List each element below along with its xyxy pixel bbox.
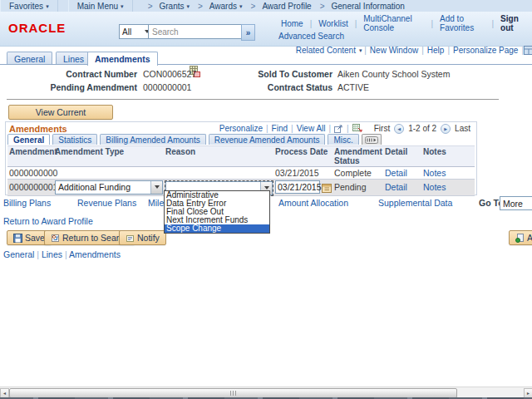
- dropdown-option[interactable]: Administrative: [165, 191, 269, 200]
- sold-to-customer-value: Aiken County School System: [337, 69, 450, 79]
- process-date: 03/21/2015: [273, 167, 332, 180]
- dropdown-option[interactable]: Next Increment Funds: [165, 216, 269, 224]
- notify-button[interactable]: Notify: [119, 230, 166, 245]
- search-input[interactable]: Search: [148, 24, 248, 39]
- home-link[interactable]: Home: [274, 19, 310, 28]
- view-current-button[interactable]: View Current: [8, 105, 113, 120]
- breadcrumb-item-award-profile[interactable]: Award Profile: [248, 2, 315, 11]
- chevron-down-icon: [150, 181, 162, 194]
- footer-links: General | Lines | Amendments: [3, 249, 121, 259]
- notes-link[interactable]: Notes: [423, 182, 446, 192]
- save-icon: [13, 234, 22, 243]
- find-link[interactable]: Find: [269, 124, 290, 133]
- tab-amendments[interactable]: Amendments: [87, 52, 158, 66]
- chevron-down-icon: ▾: [186, 3, 190, 9]
- breadcrumb-path: Grants ▾ Awards ▾ Award Profile General …: [133, 2, 408, 11]
- zoom-grid-icon[interactable]: [332, 125, 346, 133]
- col-reason: Reason: [164, 146, 273, 167]
- divider: [7, 99, 499, 100]
- contract-status-value: ACTIVE: [337, 82, 369, 92]
- amendments-groupbox: Amendments Personalize | Find | View All…: [5, 121, 477, 195]
- return-to-award-profile-link[interactable]: Return to Award Profile: [3, 216, 93, 226]
- advanced-search-link[interactable]: Advanced Search: [278, 32, 344, 41]
- grid-tabs: General Statistics Billing Amended Amoun…: [7, 134, 382, 145]
- col-process-date: Process Date: [273, 146, 332, 167]
- grid-tab-statistics[interactable]: Statistics: [52, 134, 97, 145]
- billing-plans-link[interactable]: Billing Plans: [3, 198, 51, 208]
- detail-link[interactable]: Detail: [385, 182, 407, 192]
- footer-general-link[interactable]: General: [3, 249, 34, 259]
- amount-allocation-link[interactable]: Amount Allocation: [278, 198, 348, 208]
- download-to-excel-icon[interactable]: [350, 124, 365, 133]
- add-icon: [515, 234, 525, 243]
- last-label[interactable]: Last: [452, 124, 473, 133]
- amendments-table: Amendment Amendment Type Reason Process …: [7, 145, 475, 196]
- first-label[interactable]: First: [372, 124, 392, 133]
- contract-number-value: CON0006527: [143, 69, 196, 79]
- tab-lines[interactable]: Lines: [56, 52, 91, 65]
- grid-tab-general[interactable]: General: [7, 134, 50, 145]
- footer-lines-link[interactable]: Lines: [42, 249, 62, 259]
- chevron-down-icon: ▾: [121, 3, 124, 9]
- dropdown-option-selected[interactable]: Scope Change: [165, 224, 269, 233]
- main-menu-label: Main Menu: [77, 2, 118, 11]
- personalize-layout-icon[interactable]: [524, 46, 532, 55]
- pending-amendment-value: 0000000001: [143, 82, 191, 92]
- header-banner: ORACLE All Search » Advanced Search Home…: [0, 12, 532, 47]
- supplemental-data-link[interactable]: Supplemental Data: [378, 198, 452, 208]
- sold-to-customer-label: Sold To Customer: [233, 69, 332, 79]
- grid-tab-billing-amended-amounts[interactable]: Billing Amended Amounts: [100, 134, 205, 145]
- grid-tab-misc[interactable]: Misc.: [328, 134, 358, 145]
- view-all-link[interactable]: View All: [294, 124, 328, 133]
- add-to-favorites-link[interactable]: Add to Favorites: [433, 14, 491, 32]
- show-all-columns-icon[interactable]: [362, 134, 382, 145]
- amendment-id: 0000000001: [7, 180, 53, 196]
- new-window-link[interactable]: New Window: [367, 46, 421, 55]
- related-content-link[interactable]: Related Content: [293, 46, 359, 55]
- help-link[interactable]: Help: [424, 46, 448, 55]
- table-row: 0000000000 03/21/2015 Complete Detail No…: [7, 167, 475, 180]
- dropdown-option[interactable]: Final Close Out: [165, 208, 269, 216]
- favorites-menu[interactable]: Favorites ▾: [0, 0, 58, 12]
- sign-out-link[interactable]: Sign out: [494, 14, 532, 32]
- col-amendment: Amendment: [7, 146, 53, 167]
- breadcrumb: Favorites ▾ Main Menu ▾ Grants ▾ Awards …: [0, 0, 532, 12]
- tab-general[interactable]: General: [7, 52, 52, 65]
- breadcrumb-item-grants[interactable]: Grants ▾: [145, 2, 193, 11]
- tab-divider: [0, 64, 532, 65]
- horizontal-scrollbar[interactable]: ◄ ►: [0, 387, 532, 398]
- personalize-link[interactable]: Personalize: [217, 124, 265, 133]
- notify-icon: [126, 234, 135, 243]
- breadcrumb-item-general-information: General Information: [317, 2, 408, 11]
- chevron-down-icon: ▾: [46, 3, 49, 9]
- previous-row-button[interactable]: ◀: [394, 124, 404, 134]
- breadcrumb-item-awards[interactable]: Awards ▾: [195, 2, 246, 11]
- status-text: Complete: [332, 167, 383, 180]
- amendment-id: 0000000000: [7, 167, 53, 180]
- search-go-button[interactable]: »: [241, 24, 255, 41]
- personalize-page-link[interactable]: Personalize Page: [450, 46, 521, 55]
- return-to-search-icon: [51, 234, 60, 243]
- col-amendment-type: Amendment Type: [53, 146, 164, 167]
- grid-tab-revenue-amended-amounts[interactable]: Revenue Amended Amounts: [209, 134, 326, 145]
- process-date-input[interactable]: 03/21/2015: [275, 180, 320, 194]
- favorites-label: Favorites: [9, 2, 43, 11]
- notes-link[interactable]: Notes: [423, 168, 446, 178]
- reason-dropdown-list: Administrative Data Entry Error Final Cl…: [164, 190, 270, 234]
- detail-link[interactable]: Detail: [385, 168, 407, 178]
- multichannel-console-link[interactable]: MultiChannel Console: [357, 14, 431, 32]
- footer-amendments-link[interactable]: Amendments: [69, 249, 121, 259]
- add-button[interactable]: Add: [509, 230, 532, 245]
- revenue-plans-link[interactable]: Revenue Plans: [77, 198, 136, 208]
- status-text: Pending: [332, 180, 383, 196]
- goto-select[interactable]: More: [500, 196, 532, 210]
- next-row-button[interactable]: ▶: [441, 124, 451, 134]
- col-notes: Notes: [421, 146, 475, 167]
- grid-toolbar: Personalize | Find | View All | | First …: [217, 124, 473, 134]
- worklist-link[interactable]: Worklist: [312, 19, 354, 28]
- amendment-type-select[interactable]: Additional Funding: [55, 180, 163, 195]
- calendar-icon[interactable]: [322, 183, 332, 193]
- amendments-title: Amendments: [9, 124, 67, 134]
- main-menu[interactable]: Main Menu ▾: [68, 0, 133, 12]
- dropdown-option[interactable]: Data Entry Error: [165, 200, 269, 208]
